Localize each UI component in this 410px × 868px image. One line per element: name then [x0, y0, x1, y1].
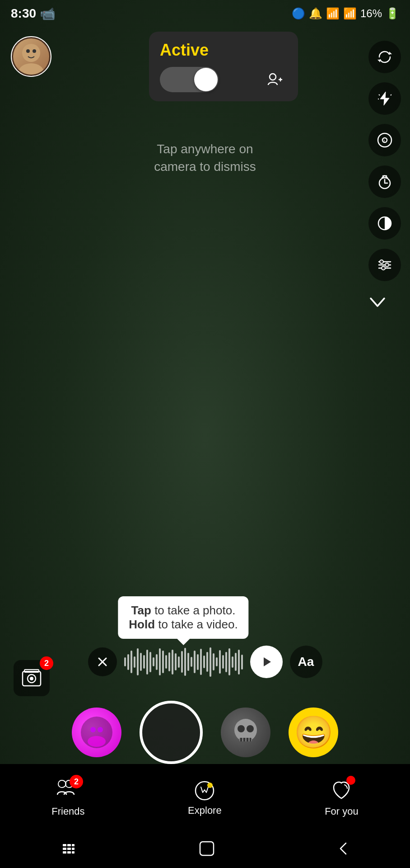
dismiss-hint: Tap anywhere on camera to dismiss	[154, 140, 256, 175]
waveform-bar	[181, 651, 183, 673]
waveform-bar	[149, 652, 151, 672]
avatar-container[interactable]	[11, 36, 51, 77]
avatar-face	[13, 38, 49, 75]
status-bar: 8:30 📹 🔵 🔔 📶 📶 16% 🔋	[0, 0, 410, 27]
svg-rect-58	[200, 842, 214, 855]
flash-button[interactable]	[368, 82, 401, 115]
waveform-play-button[interactable]	[250, 646, 283, 678]
right-toolbar: ♪	[368, 41, 401, 314]
sys-nav-back-button[interactable]	[324, 836, 362, 864]
active-card: Active	[149, 32, 298, 101]
waveform-text-button[interactable]: Aa	[290, 646, 322, 678]
filter-pink[interactable]	[72, 708, 121, 757]
svg-point-27	[382, 266, 385, 270]
waveform-bar	[191, 657, 192, 667]
waveform-area: Tap to take a photo. Hold to take a vide…	[0, 646, 410, 678]
flip-camera-button[interactable]	[368, 41, 401, 73]
waveform-bar	[219, 650, 221, 674]
svg-line-10	[379, 94, 380, 95]
waveform-bar	[232, 656, 233, 668]
battery-pct: 16%	[360, 7, 382, 20]
waveform-bar	[238, 650, 240, 675]
nav-explore[interactable]: Explore	[188, 779, 222, 816]
waveform-bar	[175, 653, 177, 670]
signal-icon: 📶	[343, 7, 357, 20]
status-left: 8:30 📹	[11, 6, 56, 21]
waveform-bar	[159, 648, 161, 675]
waveform-bar	[222, 655, 224, 669]
waveform-bar	[184, 648, 186, 676]
svg-point-34	[30, 677, 33, 680]
waveform-bar	[213, 653, 214, 670]
waveform-bar	[241, 655, 243, 670]
status-right: 🔵 🔔 📶 📶 16% 🔋	[292, 7, 399, 20]
add-friend-button[interactable]	[262, 67, 287, 92]
nav-friends[interactable]: 2 Friends	[51, 778, 84, 817]
waveform-bar	[162, 651, 164, 673]
waveform-bar	[203, 656, 205, 668]
svg-point-40	[238, 725, 245, 732]
system-nav-bar	[0, 832, 410, 868]
timer-button[interactable]	[368, 165, 401, 198]
memories-badge: 2	[40, 656, 53, 670]
active-row	[160, 67, 287, 92]
tooltip-tap-suffix: to take a photo.	[151, 604, 235, 617]
waveform-bar	[178, 656, 180, 668]
active-toggle[interactable]	[160, 67, 219, 92]
nav-for-you-icon-container	[330, 778, 353, 803]
svg-rect-51	[63, 848, 66, 850]
contrast-button[interactable]	[368, 207, 401, 240]
sys-nav-home-button[interactable]	[185, 836, 228, 864]
waveform-bar	[187, 653, 189, 671]
hint-line2: camera to dismiss	[154, 158, 256, 175]
battery-icon: 🔋	[386, 7, 399, 20]
waveform-bar	[200, 649, 202, 675]
memories-button[interactable]: 2	[14, 660, 50, 696]
waveform-bar	[228, 648, 230, 675]
capture-button[interactable]	[140, 701, 203, 764]
waveform-bar	[206, 652, 208, 672]
music-button[interactable]: ♪	[368, 124, 401, 156]
waveform-close-button[interactable]	[88, 647, 117, 676]
svg-point-48	[207, 783, 213, 788]
svg-point-25	[380, 260, 383, 264]
waveform-visual: Tap to take a photo. Hold to take a vide…	[124, 646, 243, 678]
svg-marker-8	[377, 60, 380, 62]
waveform-bar	[225, 652, 227, 672]
svg-marker-30	[264, 657, 271, 666]
friends-badge-count: 2	[74, 777, 79, 787]
friends-badge: 2	[70, 775, 83, 788]
nav-for-you[interactable]: For you	[325, 778, 359, 817]
adjust-button[interactable]	[368, 249, 401, 281]
waveform-bar	[210, 647, 211, 677]
waveform-bar	[124, 657, 126, 666]
svg-point-0	[22, 44, 40, 62]
bottom-nav: 2 Friends Explore For you	[0, 764, 410, 832]
active-title: Active	[160, 41, 287, 60]
svg-point-3	[33, 49, 36, 53]
waveform-text-label: Aa	[298, 655, 314, 669]
chevron-down-icon[interactable]	[368, 295, 401, 314]
svg-rect-53	[63, 851, 66, 854]
tooltip-hold-suffix: to take a video.	[155, 618, 238, 631]
svg-rect-43	[240, 738, 242, 741]
waveform-bar	[197, 654, 199, 670]
sys-nav-menu-button[interactable]	[48, 838, 89, 863]
svg-point-4	[270, 74, 276, 80]
svg-rect-56	[72, 848, 75, 850]
avatar[interactable]	[11, 36, 51, 77]
filter-skull[interactable]	[221, 708, 270, 757]
svg-point-41	[247, 725, 254, 732]
sound-icon: 🔔	[309, 7, 322, 20]
wifi-icon: 📶	[326, 7, 340, 20]
tooltip-tap-label: Tap	[131, 604, 151, 617]
svg-point-36	[88, 736, 106, 747]
svg-rect-50	[67, 844, 71, 846]
waveform-bar	[168, 652, 170, 671]
waveform-bars	[124, 646, 243, 678]
filter-emoji[interactable]: 😄	[289, 708, 338, 757]
waveform-bar	[143, 655, 145, 669]
waveform-bar	[127, 654, 129, 670]
capture-area: 😄	[0, 701, 410, 764]
waveform-bar	[146, 650, 148, 675]
